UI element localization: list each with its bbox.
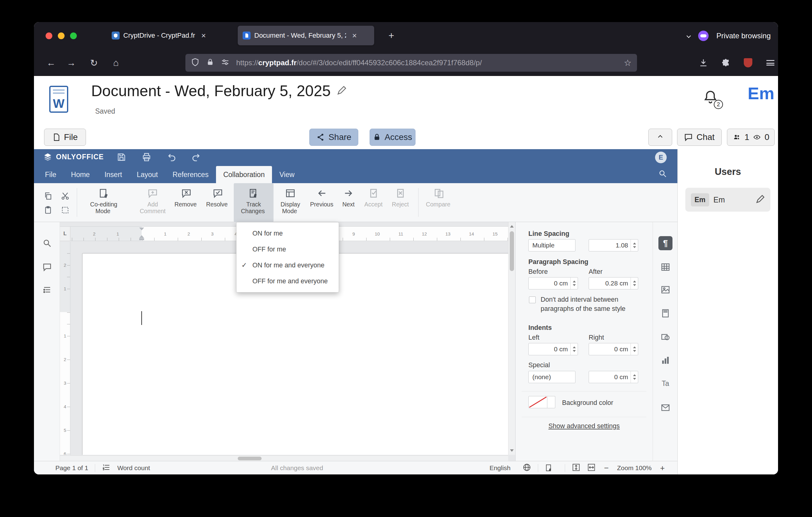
background-color-dropdown[interactable] [547,396,555,408]
horizontal-scroll-thumb[interactable] [238,457,262,460]
document-title[interactable]: Document - Wed, February 5, 2025 [91,82,331,100]
first-line-indent-marker[interactable] [139,227,144,230]
extensions-icon[interactable] [719,56,733,70]
vertical-scrollbar[interactable] [508,222,515,455]
remove-button[interactable]: Remove [171,183,202,222]
indent-right-input[interactable]: 0 cm [589,343,638,355]
menu-tab-home[interactable]: Home [64,166,97,183]
share-button[interactable]: Share [309,129,358,146]
navigation-panel-icon[interactable] [41,283,54,296]
interval-checkbox[interactable] [529,297,536,303]
reload-button[interactable]: ↻ [87,56,101,70]
file-button[interactable]: File [44,129,86,146]
left-indent-marker[interactable] [139,238,144,240]
editor-user-avatar[interactable]: E [655,152,667,163]
resolve-button[interactable]: Resolve [202,183,234,222]
horizontal-scrollbar[interactable] [60,456,508,461]
reject-button[interactable]: Reject [388,183,414,222]
display-mode-button[interactable]: Display Mode [273,183,307,222]
menu-item-off-for-me[interactable]: OFF for me [236,241,339,257]
find-icon[interactable] [41,237,54,250]
spinner-arrows[interactable] [631,277,638,289]
word-count-label[interactable]: Word count [117,464,150,472]
fit-width-icon[interactable] [587,463,596,473]
editor-search-icon[interactable] [659,169,667,179]
comments-panel-icon[interactable] [41,261,54,273]
zoom-in-button[interactable] [659,464,666,472]
menu-tab-insert[interactable]: Insert [97,166,129,183]
spacing-after-input[interactable]: 0.28 cm [589,277,638,290]
zoom-level[interactable]: Zoom 100% [617,464,652,472]
spinner-arrows[interactable] [570,343,578,355]
special-amount-input[interactable]: 0 cm [589,371,638,383]
indent-left-input[interactable]: 0 cm [528,343,578,355]
scroll-down-arrow[interactable] [509,447,515,454]
advanced-settings-link[interactable]: Show advanced settings [516,423,652,430]
menu-tab-layout[interactable]: Layout [129,166,165,183]
account-avatar[interactable]: Em [748,83,774,103]
previous-change-button[interactable]: Previous [307,183,336,222]
fit-page-icon[interactable] [572,463,580,473]
compare-button[interactable]: Compare [423,183,455,222]
spellcheck-globe-icon[interactable] [523,463,531,473]
url-bar[interactable]: https://cryptpad.fr/doc/#/3/doc/edit/ff0… [185,54,637,72]
notifications-bell-icon[interactable]: 2 [703,89,721,108]
spinner-arrows[interactable] [631,240,638,251]
tab-stop-selector[interactable]: L [60,227,70,241]
table-settings-icon[interactable] [659,260,672,274]
shield-icon[interactable] [191,58,200,68]
print-button[interactable] [142,152,152,163]
collapse-toolbar-button[interactable] [648,129,672,146]
page-indicator[interactable]: Page 1 of 1 [55,464,88,472]
paste-icon[interactable] [42,204,54,216]
back-button[interactable]: ← [44,56,58,70]
hanging-indent-marker[interactable] [139,235,144,238]
presence-indicator[interactable]: 1 0 [727,129,775,146]
downloads-icon[interactable] [696,56,710,70]
tab-cryptdrive[interactable]: CryptDrive - CryptPad.fr × [107,26,233,45]
menu-item-on-for-me[interactable]: ON for me [236,225,339,241]
vertical-scroll-thumb[interactable] [510,231,514,271]
select-all-icon[interactable] [59,204,71,216]
accept-button[interactable]: Accept [361,183,388,222]
mail-merge-settings-icon[interactable] [659,401,672,415]
list-all-tabs-icon[interactable] [687,34,691,38]
menu-item-on-for-everyone[interactable]: ON for me and everyone [236,257,339,273]
lock-icon[interactable] [206,58,214,67]
tab-document[interactable]: Document - Wed, February 5, 2 × [238,26,374,45]
next-change-button[interactable]: Next [336,183,361,222]
permissions-icon[interactable] [221,58,229,68]
menu-tab-file[interactable]: File [38,166,64,183]
ublock-icon[interactable] [741,56,755,70]
language-selector[interactable]: English [490,464,516,472]
spinner-arrows[interactable] [631,371,638,383]
shape-settings-icon[interactable] [659,330,672,344]
undo-button[interactable] [167,152,177,163]
macos-close-button[interactable] [46,32,52,39]
menu-tab-collaboration[interactable]: Collaboration [216,166,272,183]
spacing-before-input[interactable]: 0 cm [528,277,578,290]
menu-tab-references[interactable]: References [165,166,216,183]
image-settings-icon[interactable] [659,283,672,297]
menu-item-off-for-everyone[interactable]: OFF for me and everyone [236,273,339,289]
macos-zoom-button[interactable] [70,32,77,39]
edit-name-pencil-icon[interactable] [756,194,765,205]
home-button[interactable]: ⌂ [109,56,123,70]
tab-close-icon[interactable]: × [200,31,208,40]
line-spacing-amount-input[interactable]: 1.08 [589,239,638,251]
chat-button[interactable]: Chat [677,129,722,146]
menu-icon[interactable] [763,56,777,70]
background-color-swatch[interactable] [528,396,547,408]
cut-icon[interactable] [59,190,71,202]
line-spacing-select[interactable]: Multiple [528,239,576,251]
menu-tab-view[interactable]: View [272,166,302,183]
copy-icon[interactable] [42,190,54,202]
forward-button[interactable]: → [64,56,78,70]
bookmark-star-icon[interactable]: ☆ [624,58,632,68]
rename-pencil-icon[interactable] [337,85,347,97]
special-select[interactable]: (none) [528,371,576,383]
add-comment-button[interactable]: Add Comment [134,183,171,222]
spinner-arrows[interactable] [631,343,638,355]
header-footer-settings-icon[interactable] [659,306,672,320]
track-changes-toggle[interactable] [545,464,558,472]
